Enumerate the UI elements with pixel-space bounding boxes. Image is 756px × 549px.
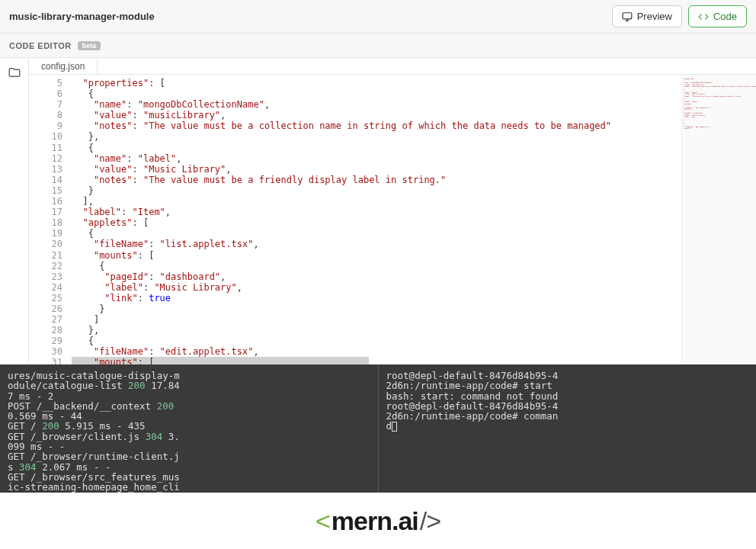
editor-area: config.json 5678910111213141516171819202… [29, 58, 756, 364]
footer: <mern.ai/> [0, 493, 756, 549]
tab-label: config.json [41, 61, 85, 72]
beta-badge: beta [78, 41, 101, 50]
project-title: music-library-manager-module [9, 11, 155, 22]
code-label: Code [713, 11, 737, 22]
tab-config[interactable]: config.json [29, 58, 98, 74]
topbar: music-library-manager-module Preview Cod… [0, 0, 756, 34]
minimap[interactable]: "properties": [ { "name": "mongoDbCollec… [681, 75, 756, 364]
slash-angle-icon: /> [420, 506, 440, 536]
sidebar [0, 58, 29, 364]
folder-icon[interactable] [8, 66, 21, 79]
subheader-title: CODE EDITOR [9, 41, 72, 50]
brand-text: mern.ai [332, 506, 418, 536]
terminal-right[interactable]: root@depl-default-8476d84b95-42d6n:/runt… [379, 364, 757, 493]
terminals: ures/music-catalogue-display-module/cata… [0, 364, 756, 493]
topbar-actions: Preview Code [612, 5, 747, 27]
gutter: 5678910111213141516171819202122232425262… [29, 75, 72, 364]
code-body[interactable]: "properties": [ { "name": "mongoDbCollec… [72, 75, 681, 364]
preview-button[interactable]: Preview [612, 5, 682, 27]
svg-rect-0 [623, 12, 632, 18]
preview-label: Preview [637, 11, 672, 22]
workspace: config.json 5678910111213141516171819202… [0, 58, 756, 364]
brand-logo: <mern.ai/> [316, 506, 440, 536]
code-button[interactable]: Code [688, 5, 747, 27]
code-container[interactable]: 5678910111213141516171819202122232425262… [29, 75, 756, 364]
tabs: config.json [29, 58, 756, 75]
subheader: CODE EDITOR beta [0, 34, 756, 58]
monitor-icon [622, 11, 633, 22]
angle-left-icon: < [316, 506, 330, 536]
terminal-left[interactable]: ures/music-catalogue-display-module/cata… [0, 364, 379, 493]
code-icon [698, 11, 709, 22]
